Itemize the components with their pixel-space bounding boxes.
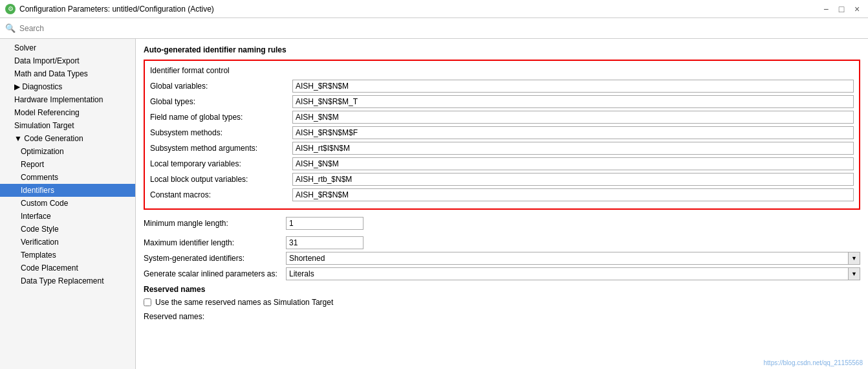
row-global-types: Global types: <box>150 95 854 109</box>
title-bar: ⚙ Configuration Parameters: untitled/Con… <box>0 0 868 18</box>
label-field-name: Field name of global types: <box>150 113 292 122</box>
row-subsystem-methods: Subsystem methods: <box>150 126 854 140</box>
label-local-temp: Local temporary variables: <box>150 159 292 168</box>
reserved-names-title: Reserved names <box>144 285 860 294</box>
sidebar-item-custom-code[interactable]: Custom Code <box>0 197 135 210</box>
sidebar-item-diagnostics[interactable]: ▶ Diagnostics <box>0 80 135 93</box>
sidebar-item-report[interactable]: Report <box>0 158 135 171</box>
input-min-mangle[interactable] <box>286 217 363 230</box>
input-subsystem-args[interactable] <box>292 142 854 155</box>
label-constant-macros: Constant macros: <box>150 190 292 199</box>
search-icon: 🔍 <box>5 23 16 33</box>
sidebar-item-verification[interactable]: Verification <box>0 236 135 249</box>
watermark: https://blog.csdn.net/qq_21155568 <box>764 359 863 366</box>
label-local-block: Local block output variables: <box>150 175 292 184</box>
label-subsystem-args: Subsystem method arguments: <box>150 144 292 153</box>
close-button[interactable]: × <box>851 4 863 14</box>
row-subsystem-args: Subsystem method arguments: <box>150 141 854 155</box>
sidebar-item-math-data[interactable]: Math and Data Types <box>0 67 135 80</box>
sidebar: Solver Data Import/Export Math and Data … <box>0 39 136 369</box>
sidebar-item-code-placement[interactable]: Code Placement <box>0 262 135 274</box>
label-reserved-names: Reserved names: <box>144 312 286 321</box>
search-input[interactable] <box>19 24 863 33</box>
input-generate-scalar[interactable] <box>286 267 849 280</box>
section-title: Auto-generated identifier naming rules <box>144 45 860 54</box>
input-local-temp[interactable] <box>292 157 854 170</box>
input-global-types[interactable] <box>292 95 854 108</box>
minimize-button[interactable]: − <box>820 4 832 14</box>
window-title: Configuration Parameters: untitled/Confi… <box>19 5 214 14</box>
maximize-button[interactable]: □ <box>836 4 847 14</box>
identifier-box-title: Identifier format control <box>150 66 854 75</box>
sidebar-item-comments[interactable]: Comments <box>0 171 135 184</box>
row-field-name: Field name of global types: <box>150 110 854 124</box>
input-subsystem-methods[interactable] <box>292 126 854 139</box>
sidebar-item-code-gen[interactable]: ▼ Code Generation <box>0 132 135 145</box>
input-global-variables[interactable] <box>292 80 854 93</box>
label-subsystem-methods: Subsystem methods: <box>150 128 292 137</box>
dropdown-system-generated: ▼ <box>286 252 860 265</box>
sidebar-item-templates[interactable]: Templates <box>0 249 135 262</box>
sidebar-item-optimization[interactable]: Optimization <box>0 145 135 158</box>
row-system-generated: System-generated identifiers: ▼ <box>144 251 860 265</box>
identifier-format-box: Identifier format control Global variabl… <box>144 60 860 210</box>
row-reserved-names: Reserved names: <box>144 309 860 324</box>
sidebar-item-sim-target[interactable]: Simulation Target <box>0 119 135 132</box>
content-panel: Auto-generated identifier naming rules I… <box>136 39 868 369</box>
input-max-identifier[interactable] <box>286 236 363 249</box>
window-controls: − □ × <box>820 4 863 14</box>
input-system-generated[interactable] <box>286 252 849 265</box>
row-min-mangle: Minimum mangle length: <box>144 216 860 230</box>
input-field-name[interactable] <box>292 111 854 124</box>
sidebar-item-code-style[interactable]: Code Style <box>0 223 135 236</box>
app-icon: ⚙ <box>5 4 16 14</box>
checkbox-row-simulation-target: Use the same reserved names as Simulatio… <box>144 298 860 307</box>
row-max-identifier: Maximum identifier length: <box>144 236 860 250</box>
row-constant-macros: Constant macros: <box>150 188 854 202</box>
label-global-variables: Global variables: <box>150 82 292 91</box>
dropdown-generate-scalar-button[interactable]: ▼ <box>849 267 860 280</box>
sidebar-item-data-import[interactable]: Data Import/Export <box>0 54 135 67</box>
sidebar-item-hardware[interactable]: Hardware Implementation <box>0 93 135 106</box>
label-global-types: Global types: <box>150 97 292 106</box>
label-generate-scalar: Generate scalar inlined parameters as: <box>144 269 286 278</box>
row-generate-scalar: Generate scalar inlined parameters as: ▼ <box>144 267 860 281</box>
app-icon-symbol: ⚙ <box>8 5 14 12</box>
row-local-block: Local block output variables: <box>150 172 854 186</box>
sidebar-item-data-type-replacement[interactable]: Data Type Replacement <box>0 274 135 287</box>
input-local-block[interactable] <box>292 173 854 186</box>
main-layout: Solver Data Import/Export Math and Data … <box>0 39 868 369</box>
reserved-section: Reserved names Use the same reserved nam… <box>144 285 860 324</box>
sidebar-item-solver[interactable]: Solver <box>0 41 135 54</box>
label-max-identifier: Maximum identifier length: <box>144 238 286 247</box>
input-constant-macros[interactable] <box>292 188 854 201</box>
row-local-temp: Local temporary variables: <box>150 157 854 171</box>
label-min-mangle: Minimum mangle length: <box>144 219 286 228</box>
sidebar-item-interface[interactable]: Interface <box>0 210 135 223</box>
checkbox-label-simulation-target: Use the same reserved names as Simulatio… <box>155 298 333 307</box>
checkbox-simulation-target[interactable] <box>144 298 151 306</box>
sidebar-item-model-ref[interactable]: Model Referencing <box>0 106 135 119</box>
dropdown-generate-scalar: ▼ <box>286 267 860 280</box>
sidebar-item-identifiers[interactable]: Identifiers <box>0 184 135 197</box>
label-system-generated: System-generated identifiers: <box>144 254 286 263</box>
search-bar: 🔍 <box>0 18 868 39</box>
dropdown-system-generated-button[interactable]: ▼ <box>849 252 860 265</box>
row-global-variables: Global variables: <box>150 79 854 93</box>
